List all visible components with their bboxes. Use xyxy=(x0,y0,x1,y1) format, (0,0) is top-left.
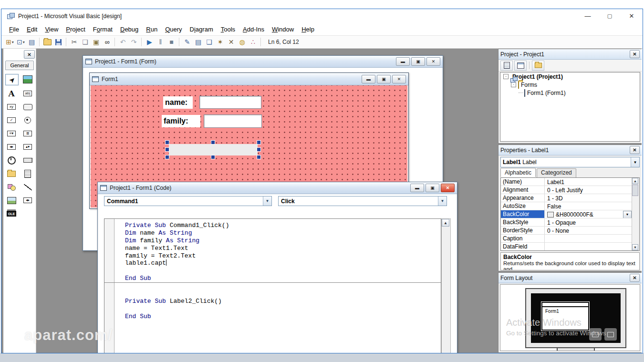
tab-alphabetic[interactable]: Alphabetic xyxy=(500,168,536,177)
menu-view[interactable]: View xyxy=(41,24,62,34)
project-explorer-button[interactable]: ✎ xyxy=(182,37,193,47)
designer-maximize-button[interactable]: ▣ xyxy=(411,57,425,66)
code-minimize-button[interactable]: ▬ xyxy=(410,184,424,192)
frame-tool[interactable]: xy xyxy=(5,102,18,112)
shape-tool[interactable] xyxy=(5,182,18,192)
selection-handle[interactable] xyxy=(257,140,261,145)
menu-run[interactable]: Run xyxy=(142,24,161,34)
form1-maximize-button[interactable]: ▣ xyxy=(377,75,391,83)
tree-item-forms[interactable]: -Forms xyxy=(500,81,640,89)
close-button[interactable]: ✕ xyxy=(621,9,643,23)
minimize-button[interactable]: — xyxy=(577,9,599,23)
selection-handle[interactable] xyxy=(211,140,215,145)
listbox-tool[interactable]: ≣ xyxy=(21,128,34,139)
scrollbar-thumb[interactable] xyxy=(632,185,638,196)
tab-categorized[interactable]: Categorized xyxy=(537,168,576,177)
open-project-button[interactable] xyxy=(42,37,53,47)
menu-debug[interactable]: Debug xyxy=(116,24,142,34)
optionbutton-tool[interactable] xyxy=(21,115,34,125)
properties-scrollbar[interactable]: ▲ ▼ xyxy=(632,178,639,250)
label-tool[interactable]: A xyxy=(5,88,18,99)
break-button[interactable]: ‖ xyxy=(155,37,166,47)
textbox-tool[interactable]: ab| xyxy=(21,88,34,99)
overlay-fullscreen-button[interactable] xyxy=(604,328,617,341)
menu-editor-button[interactable]: ▤ xyxy=(26,37,37,47)
vscrollbar-tool[interactable]: ▴▾ xyxy=(21,142,34,152)
find-button[interactable]: ∞ xyxy=(102,37,113,47)
textbox-text1[interactable] xyxy=(199,96,261,109)
code-vertical-scrollbar[interactable]: ▲ xyxy=(441,218,451,353)
event-combobox-dropdown-icon[interactable]: ▼ xyxy=(438,197,447,206)
selection-handle[interactable] xyxy=(165,140,169,145)
property-row-name[interactable]: (Name)Label1 xyxy=(501,178,639,186)
menu-tools[interactable]: Tools xyxy=(217,24,239,34)
project-panel-titlebar[interactable]: Project - Project1 ✕ xyxy=(499,49,642,60)
form-layout-close-button[interactable]: ✕ xyxy=(630,274,640,282)
properties-combobox-dropdown-icon[interactable]: ▼ xyxy=(631,157,639,167)
end-button[interactable]: ■ xyxy=(166,37,177,47)
redo-button[interactable]: ↷ xyxy=(128,37,139,47)
picturebox-tool[interactable] xyxy=(21,74,34,84)
drivelistbox-tool[interactable] xyxy=(21,155,34,165)
property-row-caption[interactable]: Caption xyxy=(501,235,639,243)
project-panel-close-button[interactable]: ✕ xyxy=(630,50,640,58)
menu-file[interactable]: File xyxy=(5,24,23,34)
menu-help[interactable]: Help xyxy=(298,24,318,34)
property-row-borderstyle[interactable]: BorderStyle0 - None xyxy=(501,227,639,235)
label-name[interactable]: name: xyxy=(163,96,193,109)
tree-expander[interactable]: - xyxy=(503,74,509,79)
pointer-tool[interactable]: ➤ xyxy=(5,74,19,85)
checkbox-tool[interactable]: ✓ xyxy=(5,115,18,125)
scroll-down-icon[interactable]: ▼ xyxy=(632,244,638,250)
commandbutton-tool[interactable] xyxy=(21,102,34,112)
undo-button[interactable]: ↶ xyxy=(117,37,128,47)
start-button[interactable]: ▶ xyxy=(144,37,155,47)
designer-titlebar[interactable]: Project1 - Form1 (Form) ▬ ▣ ✕ xyxy=(83,56,443,68)
scroll-up-icon[interactable]: ▲ xyxy=(442,219,449,227)
object-browser-button[interactable]: ✕ xyxy=(226,37,237,47)
add-project-button[interactable]: ⊞▾ xyxy=(4,37,15,47)
save-project-button[interactable] xyxy=(53,37,64,47)
combobox-tool[interactable]: ≡▾ xyxy=(5,128,18,139)
menu-diagram[interactable]: Diagram xyxy=(186,24,217,34)
form1-titlebar[interactable]: Form1 ▬ ▣ ✕ xyxy=(90,73,408,85)
menu-addins[interactable]: Add-Ins xyxy=(239,24,268,34)
menu-format[interactable]: Format xyxy=(89,24,116,34)
data-view-button[interactable]: ◍ xyxy=(237,37,248,47)
toolbox-tab-general[interactable]: General xyxy=(5,61,34,70)
properties-panel-titlebar[interactable]: Properties - Label1 ✕ xyxy=(499,145,642,155)
code-titlebar[interactable]: Project1 - Form1 (Code) ▬ ▣ ✕ xyxy=(98,182,457,194)
form-layout-titlebar[interactable]: Form Layout ✕ xyxy=(499,273,642,283)
copy-button[interactable]: ❏ xyxy=(80,37,91,47)
toolbox-button[interactable]: ✶ xyxy=(215,37,226,47)
property-row-datafield[interactable]: DataField xyxy=(501,243,639,251)
selection-handle[interactable] xyxy=(211,155,215,159)
toggle-folders-button[interactable] xyxy=(532,61,544,71)
view-object-button[interactable] xyxy=(514,61,527,71)
menu-project[interactable]: Project xyxy=(62,24,89,34)
code-close-button[interactable]: ✕ xyxy=(441,184,455,192)
menu-window[interactable]: Window xyxy=(268,24,298,34)
form-layout-button[interactable]: ❏ xyxy=(204,37,215,47)
add-form-button[interactable]: ⊡▾ xyxy=(15,37,26,47)
component-manager-button[interactable]: ∴ xyxy=(248,37,259,47)
selection-handle[interactable] xyxy=(257,147,261,152)
code-text[interactable]: Private Sub Command1_Click()Dim name As … xyxy=(114,219,441,353)
properties-window-button[interactable]: ▤ xyxy=(193,37,204,47)
form1-minimize-button[interactable]: ▬ xyxy=(362,75,375,83)
code-editor[interactable]: Private Sub Command1_Click()Dim name As … xyxy=(104,218,441,353)
event-combobox[interactable]: Click ▼ xyxy=(278,196,447,206)
label1-selected-control[interactable] xyxy=(169,144,258,155)
selection-handle[interactable] xyxy=(165,155,169,159)
form1-close-button[interactable]: ✕ xyxy=(392,75,406,83)
property-row-appearance[interactable]: Appearance1 - 3D xyxy=(501,194,639,202)
line-tool[interactable] xyxy=(21,182,34,192)
image-tool[interactable] xyxy=(5,195,18,206)
menu-edit[interactable]: Edit xyxy=(23,24,41,34)
scroll-up-icon[interactable]: ▲ xyxy=(632,178,638,184)
designer-minimize-button[interactable]: ▬ xyxy=(396,57,410,66)
code-maximize-button[interactable]: ▣ xyxy=(426,184,439,192)
tree-expander[interactable]: - xyxy=(511,82,516,87)
data-tool[interactable]: ◂▸ xyxy=(21,195,34,206)
textbox-text2[interactable] xyxy=(204,114,262,128)
